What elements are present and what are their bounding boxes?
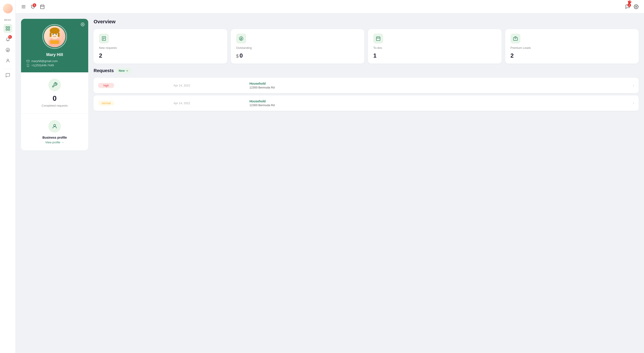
svg-point-28 <box>28 66 28 66</box>
completed-requests-block: 0 Completed requests <box>21 72 88 114</box>
avatar <box>44 26 66 47</box>
todos-value: 1 <box>373 52 496 59</box>
svg-point-16 <box>636 6 637 8</box>
request-item[interactable]: high Apr 14, 2022 Household 12300 Bermud… <box>94 78 639 93</box>
card-premium-leads[interactable]: Premium Leads 2 <box>505 29 639 64</box>
alarm-badge: 5 <box>33 3 36 7</box>
priority-badge-high: high <box>98 83 114 88</box>
content-area: Mary Hill maryhill@gmail.com <box>16 14 644 353</box>
business-profile-label: Business profile <box>42 136 67 139</box>
svg-rect-39 <box>513 38 517 40</box>
menu-label: MENU <box>4 19 11 21</box>
profile-email: maryhill@gmail.com <box>31 59 58 63</box>
requests-filter-label: New <box>119 69 125 72</box>
profile-info: maryhill@gmail.com +1(253)446-7449 <box>26 59 83 67</box>
svg-rect-27 <box>27 64 29 67</box>
alarm-button[interactable]: 5 <box>30 4 36 9</box>
outstanding-label: Outstanding <box>236 46 359 50</box>
profile-section: Mary Hill maryhill@gmail.com <box>21 19 88 348</box>
overview-title: Overview <box>94 19 639 25</box>
card-outstanding[interactable]: Outstanding $ 0 <box>231 29 364 64</box>
completed-requests-label: Completed requests <box>42 104 68 107</box>
completed-requests-count: 0 <box>52 94 57 102</box>
calendar-button[interactable] <box>40 4 45 9</box>
notification-badge: 5 <box>8 35 12 39</box>
outstanding-value: $ 0 <box>236 52 359 59</box>
sidebar: MENU 5 <box>0 0 16 353</box>
person-icon-circle <box>48 120 61 132</box>
request-chevron-icon: › <box>633 83 634 88</box>
dollar-icon-circle <box>236 34 246 44</box>
svg-rect-3 <box>8 29 10 30</box>
business-profile-block: Business profile View profile → <box>21 114 88 150</box>
svg-point-24 <box>56 34 57 35</box>
new-requests-value: 2 <box>99 52 222 59</box>
svg-point-17 <box>82 24 83 25</box>
sidebar-item-notifications[interactable]: 5 <box>3 35 12 44</box>
doc-icon-circle <box>99 34 109 44</box>
svg-line-15 <box>629 0 632 3</box>
svg-rect-35 <box>376 37 380 41</box>
requests-header: Requests New <box>94 68 639 73</box>
sidebar-divider <box>3 69 12 69</box>
premium-leads-value: 2 <box>510 52 634 59</box>
request-type: Household <box>250 82 628 85</box>
briefcase-icon-circle <box>510 34 520 44</box>
outstanding-amount: 0 <box>240 52 243 59</box>
request-address: 12300 Bermuda Rd <box>250 104 628 107</box>
card-new-requests[interactable]: New requests 2 <box>94 29 227 64</box>
profile-phone: +1(253)446-7449 <box>31 64 54 67</box>
requests-list: high Apr 14, 2022 Household 12300 Bermud… <box>94 78 639 111</box>
requests-filter-badge[interactable]: New <box>116 68 132 73</box>
todos-label: To-dos <box>373 46 496 50</box>
sidebar-item-support[interactable] <box>3 71 12 80</box>
requests-title: Requests <box>94 68 114 73</box>
svg-rect-0 <box>6 27 7 28</box>
svg-point-23 <box>52 34 54 35</box>
main-area: 5 2 <box>16 0 644 353</box>
topbar: 5 2 <box>16 0 644 14</box>
svg-rect-25 <box>50 40 59 44</box>
svg-rect-21 <box>50 32 52 37</box>
overview-section: Overview New requests 2 <box>94 19 639 348</box>
currency-sign: $ <box>236 54 239 59</box>
new-requests-label: New requests <box>99 46 222 50</box>
settings-button[interactable] <box>634 4 639 9</box>
svg-rect-2 <box>6 29 7 30</box>
hamburger-button[interactable] <box>21 4 26 9</box>
overview-cards: New requests 2 Outstanding $ <box>94 29 639 64</box>
svg-point-5 <box>7 59 8 61</box>
svg-point-29 <box>54 124 56 126</box>
profile-settings-icon[interactable] <box>80 22 85 27</box>
avatar <box>3 4 13 14</box>
topbar-right: 2 <box>625 4 639 9</box>
avatar-ring <box>42 24 67 49</box>
request-chevron-icon: › <box>633 101 634 106</box>
priority-badge-normal: normal <box>98 100 114 106</box>
request-date: Apr 14, 2022 <box>119 102 245 105</box>
sidebar-item-profile[interactable] <box>3 56 12 65</box>
profile-email-row: maryhill@gmail.com <box>26 59 58 63</box>
profile-phone-row: +1(253)446-7449 <box>26 64 54 67</box>
profile-card: Mary Hill maryhill@gmail.com <box>21 19 88 72</box>
svg-rect-10 <box>40 5 44 8</box>
sidebar-item-earnings[interactable] <box>3 46 12 54</box>
request-type: Household <box>250 100 628 103</box>
wrench-icon-circle <box>48 78 61 91</box>
profile-name: Mary Hill <box>46 52 63 57</box>
request-date: Apr 14, 2022 <box>119 84 245 87</box>
view-profile-link[interactable]: View profile → <box>45 141 64 144</box>
request-info: Household 12300 Bermuda Rd <box>250 100 628 107</box>
premium-leads-label: Premium Leads <box>510 46 634 50</box>
svg-rect-1 <box>8 27 10 28</box>
sidebar-item-grid[interactable] <box>3 24 12 33</box>
svg-rect-22 <box>58 32 60 37</box>
request-address: 12300 Bermuda Rd <box>250 86 628 89</box>
calendar-icon-circle <box>373 34 383 44</box>
request-item[interactable]: normal Apr 14, 2022 Household 12300 Berm… <box>94 96 639 111</box>
card-todos[interactable]: To-dos 1 <box>368 29 502 64</box>
profile-lower: 0 Completed requests Business profile Vi… <box>21 72 88 150</box>
topbar-left: 5 <box>21 4 622 9</box>
chevron-down-icon <box>126 69 129 72</box>
request-info: Household 12300 Bermuda Rd <box>250 82 628 89</box>
